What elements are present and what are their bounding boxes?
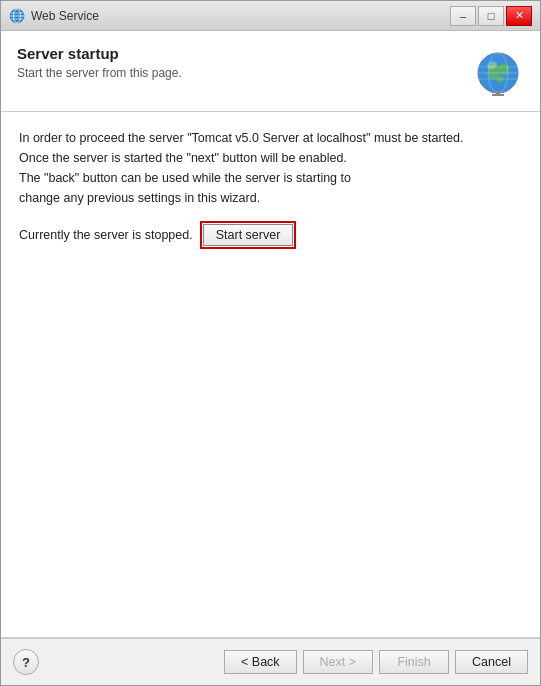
info-line-2: Once the server is started the "next" bu…: [19, 151, 347, 165]
title-bar-icon: [9, 8, 25, 24]
next-button[interactable]: Next >: [303, 650, 373, 674]
page-title: Server startup: [17, 45, 472, 62]
title-bar: Web Service – □ ✕: [1, 1, 540, 31]
server-status-row: Currently the server is stopped. Start s…: [19, 224, 522, 246]
finish-button[interactable]: Finish: [379, 650, 449, 674]
close-button[interactable]: ✕: [506, 6, 532, 26]
content-area: In order to proceed the server "Tomcat v…: [1, 112, 540, 638]
header-section: Server startup Start the server from thi…: [1, 31, 540, 112]
minimize-button[interactable]: –: [450, 6, 476, 26]
help-button[interactable]: ?: [13, 649, 39, 675]
page-subtitle: Start the server from this page.: [17, 66, 472, 80]
info-line-1: In order to proceed the server "Tomcat v…: [19, 131, 464, 145]
footer-left: ?: [13, 649, 39, 675]
header-text: Server startup Start the server from thi…: [17, 45, 472, 80]
restore-button[interactable]: □: [478, 6, 504, 26]
footer-right: < Back Next > Finish Cancel: [224, 650, 528, 674]
server-status-text: Currently the server is stopped.: [19, 228, 193, 242]
footer: ? < Back Next > Finish Cancel: [1, 638, 540, 685]
info-line-3: The "back" button can be used while the …: [19, 171, 351, 185]
info-line-4: change any previous settings in this wiz…: [19, 191, 260, 205]
svg-rect-15: [492, 94, 504, 96]
window-title: Web Service: [31, 9, 99, 23]
info-paragraph: In order to proceed the server "Tomcat v…: [19, 128, 522, 208]
main-window: Web Service – □ ✕ Server startup Start t…: [0, 0, 541, 686]
title-bar-left: Web Service: [9, 8, 99, 24]
globe-svg: [472, 45, 524, 97]
start-server-button[interactable]: Start server: [203, 224, 294, 246]
back-button[interactable]: < Back: [224, 650, 297, 674]
header-globe-icon: [472, 45, 524, 97]
cancel-button[interactable]: Cancel: [455, 650, 528, 674]
title-bar-controls: – □ ✕: [450, 6, 532, 26]
